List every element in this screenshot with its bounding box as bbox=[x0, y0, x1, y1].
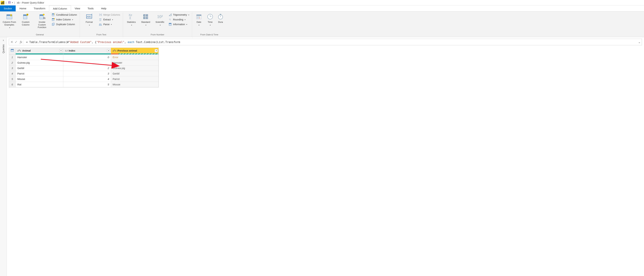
column-header-animal[interactable]: ABC Animal ▾ bbox=[16, 48, 63, 53]
svg-rect-4 bbox=[9, 2, 10, 3]
cell-index[interactable]: 3 bbox=[63, 71, 111, 76]
cell-previous-animal[interactable]: Error bbox=[111, 55, 158, 60]
column-header-previous-animal[interactable]: ABC Previous animal ▾ bbox=[111, 48, 158, 53]
tab-file[interactable]: Soubor bbox=[0, 5, 16, 11]
formula-segment: , bbox=[124, 40, 128, 44]
tab-help[interactable]: Help bbox=[97, 5, 110, 11]
parse-button[interactable]: abc Parse ▾ bbox=[98, 22, 113, 26]
table-row[interactable]: 4Parrot3Gerbil bbox=[9, 71, 158, 76]
format-button[interactable]: ABC Format ▾ bbox=[82, 12, 97, 27]
cell-animal[interactable]: Hamster bbox=[16, 55, 63, 60]
svg-rect-24 bbox=[99, 13, 100, 16]
statistics-button[interactable]: XσΣ Statistics ▾ bbox=[125, 12, 138, 27]
index-column-button[interactable]: Index Column ▾ bbox=[51, 17, 74, 22]
cell-index[interactable]: 5 bbox=[63, 82, 111, 87]
cell-previous-animal[interactable]: Mouse bbox=[111, 82, 158, 87]
conditional-column-icon bbox=[52, 13, 55, 16]
custom-column-button[interactable]: ★ Custom Column bbox=[18, 12, 33, 27]
conditional-column-button[interactable]: Conditional Column bbox=[51, 12, 78, 17]
cell-animal[interactable]: Rat bbox=[16, 82, 63, 87]
row-number[interactable]: 6 bbox=[9, 82, 16, 87]
cell-previous-animal[interactable]: Gerbil bbox=[111, 71, 158, 76]
svg-text:Xσ: Xσ bbox=[129, 13, 132, 16]
svg-rect-18 bbox=[52, 18, 54, 19]
svg-rect-46 bbox=[200, 16, 200, 17]
save-button[interactable] bbox=[8, 1, 11, 4]
filter-dropdown[interactable]: ▾ bbox=[155, 49, 158, 52]
content-area: › Queries ✕ ✓ fx = Table.TransformColumn… bbox=[0, 37, 644, 276]
formula-bar: ✕ ✓ fx = Table.TransformColumns(#"Added … bbox=[9, 39, 642, 45]
column-name: Animal bbox=[22, 49, 31, 52]
row-number[interactable]: 4 bbox=[9, 71, 16, 76]
tab-view[interactable]: View bbox=[71, 5, 84, 11]
svg-rect-12 bbox=[40, 15, 44, 16]
table-row[interactable]: 6Rat5Mouse bbox=[9, 82, 158, 87]
chevron-down-icon: ▾ bbox=[112, 19, 113, 20]
table-row[interactable]: 1Hamster0Error bbox=[9, 55, 158, 60]
column-header-index[interactable]: 1.2 Index ▾ bbox=[63, 48, 111, 53]
title-bar: | ▾ | xb - Power Query Editor bbox=[0, 0, 644, 5]
expand-queries-button[interactable]: › bbox=[3, 38, 4, 42]
table-row[interactable]: 3Gerbil2Guinea pig bbox=[9, 65, 158, 71]
cell-index[interactable]: 4 bbox=[63, 76, 111, 82]
filter-dropdown[interactable]: ▾ bbox=[107, 49, 110, 52]
cell-animal[interactable]: Parrot bbox=[16, 71, 63, 76]
select-all-corner[interactable] bbox=[9, 48, 16, 53]
separator: | bbox=[6, 1, 6, 4]
queries-label: Queries bbox=[2, 44, 5, 53]
column-from-examples-button[interactable]: Column From Examples ▾ bbox=[2, 12, 17, 29]
cell-previous-animal[interactable]: Hamster bbox=[111, 60, 158, 65]
tab-add-column[interactable]: Add Column bbox=[49, 5, 71, 11]
cell-index[interactable]: 0 bbox=[63, 55, 111, 60]
extract-button[interactable]: ABC123 Extract ▾ bbox=[98, 17, 114, 22]
table-row[interactable]: 5Mouse4Parrot bbox=[9, 76, 158, 82]
formula-input[interactable]: = Table.TransformColumns(#"Added Custom"… bbox=[25, 40, 637, 44]
tab-home[interactable]: Home bbox=[16, 5, 30, 11]
svg-text:abc: abc bbox=[99, 23, 102, 25]
cell-previous-animal[interactable]: Guinea pig bbox=[111, 65, 158, 71]
table-row[interactable]: 2Guinea pigHamster bbox=[9, 60, 158, 65]
merge-columns-icon bbox=[99, 13, 102, 16]
time-button[interactable]: Time ▾ bbox=[205, 12, 215, 27]
information-button[interactable]: Information ▾ bbox=[168, 22, 188, 26]
invoke-function-icon: fx bbox=[38, 13, 46, 20]
expand-formula-button[interactable]: ⌄ bbox=[638, 40, 640, 44]
filter-dropdown[interactable]: ▾ bbox=[60, 49, 62, 52]
cell-previous-animal[interactable]: Parrot bbox=[111, 76, 158, 82]
invoke-custom-function-button[interactable]: fx Invoke Custom Function bbox=[34, 12, 50, 29]
ribbon-group-from-number: XσΣ Statistics ▾ +−÷× Standard ▾ 10² Sci… bbox=[123, 12, 192, 37]
commit-formula-button[interactable]: ✓ bbox=[15, 40, 18, 44]
ribbon-group-general: Column From Examples ▾ ★ Custom Column f… bbox=[0, 12, 80, 37]
group-label: From Text bbox=[96, 33, 106, 37]
date-button[interactable]: Date ▾ bbox=[194, 12, 204, 27]
cell-animal[interactable]: Guinea pig bbox=[16, 60, 63, 65]
merge-columns-button[interactable]: Merge Columns bbox=[98, 12, 121, 17]
rounding-button[interactable]: .00 Rounding ▾ bbox=[168, 17, 186, 22]
row-number[interactable]: 5 bbox=[9, 76, 16, 82]
label: Time bbox=[208, 21, 212, 23]
standard-icon: +−÷× bbox=[142, 13, 149, 20]
cancel-formula-button[interactable]: ✕ bbox=[10, 40, 13, 44]
cell-animal[interactable]: Gerbil bbox=[16, 65, 63, 71]
standard-button[interactable]: +−÷× Standard ▾ bbox=[139, 12, 152, 27]
tab-transform[interactable]: Transform bbox=[30, 5, 49, 11]
cell-index[interactable]: 2 bbox=[63, 65, 111, 71]
svg-rect-49 bbox=[200, 18, 200, 18]
duplicate-column-button[interactable]: Duplicate Column bbox=[51, 22, 76, 26]
cell-index[interactable] bbox=[63, 60, 111, 65]
trigonometry-button[interactable]: Trigonometry ▾ bbox=[168, 12, 190, 17]
formula-segment: "Added Custom" bbox=[68, 40, 92, 44]
svg-rect-2 bbox=[4, 1, 4, 4]
scientific-button[interactable]: 10² Scientific ▾ bbox=[153, 12, 166, 27]
row-number[interactable]: 3 bbox=[9, 65, 16, 71]
row-number[interactable]: 2 bbox=[9, 60, 16, 65]
ribbon: Column From Examples ▾ ★ Custom Column f… bbox=[0, 11, 644, 37]
svg-rect-45 bbox=[198, 16, 199, 17]
tab-tools[interactable]: Tools bbox=[84, 5, 97, 11]
row-number[interactable]: 1 bbox=[9, 55, 16, 60]
parse-icon: abc bbox=[99, 23, 102, 26]
cell-animal[interactable]: Mouse bbox=[16, 76, 63, 82]
qat-dropdown[interactable]: ▾ bbox=[12, 1, 13, 4]
duration-button[interactable]: Dura bbox=[216, 12, 225, 24]
label: Trigonometry bbox=[173, 13, 187, 16]
